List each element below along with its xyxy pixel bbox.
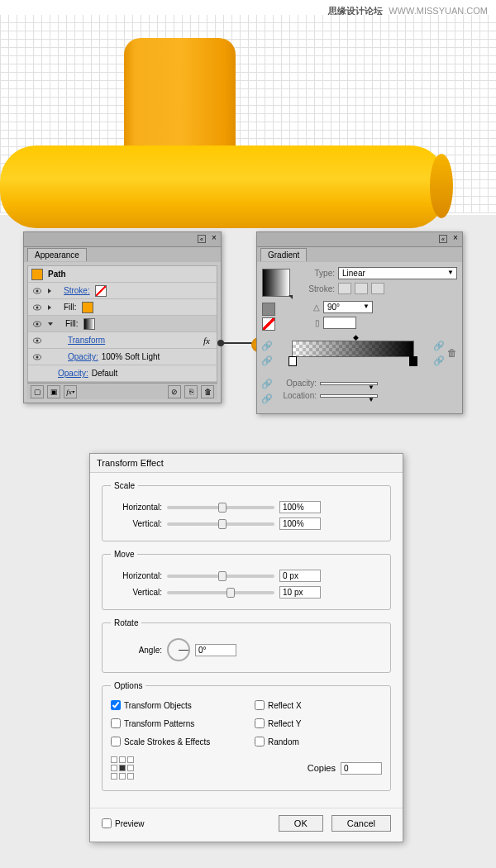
- link-icon[interactable]: 🔗: [262, 354, 272, 367]
- link-icon[interactable]: 🔗: [262, 339, 272, 352]
- copies-label: Copies: [308, 763, 336, 773]
- link-icon[interactable]: 🔗: [262, 377, 272, 390]
- fill2-swatch-gradient[interactable]: [83, 318, 95, 330]
- visibility-eye-icon[interactable]: [31, 285, 43, 297]
- move-fieldset: Move Horizontal: Vertical:: [102, 550, 391, 610]
- angle-dropdown[interactable]: 90°: [323, 301, 373, 313]
- move-v-slider[interactable]: [167, 591, 274, 594]
- fx-icon[interactable]: fx: [203, 336, 210, 346]
- opacity-link[interactable]: Opacity:: [68, 352, 98, 361]
- transform-objects-checkbox[interactable]: Transform Objects: [111, 700, 238, 710]
- stroke-row[interactable]: Stroke:: [28, 283, 217, 299]
- stroke-swatch-none[interactable]: [95, 285, 107, 297]
- transform-patterns-checkbox[interactable]: Transform Patterns: [111, 718, 238, 728]
- appearance-footer: ▢ ▣ fx▾ ⊘ ⎘ 🗑: [27, 383, 217, 399]
- expand-icon[interactable]: [48, 305, 51, 310]
- preview-checkbox[interactable]: Preview: [102, 818, 145, 828]
- link-icon[interactable]: 🔗: [434, 339, 444, 352]
- transform-row[interactable]: Transform fx: [28, 332, 217, 349]
- copies-input[interactable]: [341, 762, 382, 775]
- fx-menu-icon[interactable]: fx▾: [64, 385, 77, 398]
- visibility-eye-icon[interactable]: [31, 351, 43, 363]
- fill-row-1[interactable]: Fill:: [28, 299, 217, 316]
- gradient-stop-right[interactable]: [409, 356, 417, 366]
- type-dropdown[interactable]: Linear: [338, 267, 457, 279]
- expand-icon[interactable]: [48, 289, 51, 293]
- fill-opacity-row[interactable]: Opacity: 100% Soft Light: [28, 349, 217, 365]
- fill-swatch[interactable]: [262, 303, 275, 316]
- dialog-title: Transform Effect: [90, 454, 403, 473]
- path-swatch: [31, 269, 43, 280]
- collapse-icon[interactable]: «: [198, 235, 206, 243]
- fill2-label: Fill:: [65, 319, 79, 328]
- scale-fieldset: Scale Horizontal: Vertical:: [102, 481, 391, 541]
- trash-icon[interactable]: 🗑: [201, 385, 214, 398]
- scale-v-input[interactable]: [279, 517, 321, 530]
- fill1-swatch[interactable]: [82, 302, 93, 313]
- svg-point-1: [36, 289, 39, 292]
- aspect-input[interactable]: [323, 317, 356, 329]
- stroke-mode-1-icon[interactable]: [338, 283, 351, 294]
- gradient-stop-left[interactable]: [289, 356, 297, 366]
- random-checkbox[interactable]: Random: [255, 737, 382, 746]
- link-icon[interactable]: 🔗: [262, 392, 272, 405]
- appearance-panel: « × Appearance Path Stroke: Fill:: [23, 231, 222, 403]
- path-title-row[interactable]: Path: [28, 266, 217, 283]
- svg-point-5: [36, 322, 39, 325]
- link-icon[interactable]: 🔗: [434, 354, 444, 367]
- appearance-tab[interactable]: Appearance: [27, 248, 87, 261]
- close-icon[interactable]: ×: [210, 235, 218, 243]
- stroke-mode-3-icon[interactable]: [371, 283, 384, 294]
- location-dropdown[interactable]: [320, 394, 378, 398]
- move-h-slider[interactable]: [167, 575, 274, 578]
- close-icon[interactable]: ×: [451, 235, 460, 243]
- rotate-fieldset: Rotate Angle:: [102, 618, 391, 673]
- collapse-icon[interactable]: «: [439, 235, 447, 243]
- svg-point-7: [36, 339, 39, 341]
- transform-link[interactable]: Transform: [68, 336, 105, 345]
- path-label: Path: [48, 269, 66, 279]
- stroke-label[interactable]: Stroke:: [64, 286, 90, 295]
- panel-header[interactable]: « ×: [24, 232, 221, 247]
- trash-icon[interactable]: 🗑: [447, 347, 457, 359]
- angle-widget[interactable]: [167, 638, 190, 661]
- reflect-x-checkbox[interactable]: Reflect X: [255, 700, 382, 710]
- visibility-eye-icon[interactable]: [31, 302, 43, 313]
- scale-v-slider[interactable]: [167, 522, 274, 526]
- gradient-tab[interactable]: Gradient: [260, 248, 307, 261]
- default-opacity-row[interactable]: Opacity: Default: [28, 365, 217, 382]
- move-h-input[interactable]: [279, 570, 321, 582]
- scale-h-input[interactable]: [279, 501, 321, 513]
- rotate-legend: Rotate: [111, 618, 141, 627]
- fill-row-2[interactable]: Fill:: [28, 316, 217, 332]
- opacity2-link[interactable]: Opacity:: [58, 369, 88, 378]
- move-v-label: Vertical:: [111, 588, 162, 597]
- scale-strokes-checkbox[interactable]: Scale Strokes & Effects: [111, 737, 238, 746]
- panel-header[interactable]: « ×: [257, 232, 462, 247]
- none-swatch[interactable]: [262, 317, 275, 331]
- reflect-y-checkbox[interactable]: Reflect Y: [255, 718, 382, 728]
- opacity-dropdown[interactable]: [320, 382, 378, 385]
- svg-point-9: [36, 355, 39, 358]
- grid-background: [0, 15, 496, 213]
- artwork-horizontal-shape: [0, 145, 446, 228]
- new-stroke-icon[interactable]: ▣: [47, 385, 60, 398]
- scale-h-slider[interactable]: [167, 506, 274, 509]
- gradient-slider[interactable]: [292, 341, 414, 357]
- clear-icon[interactable]: ⊘: [168, 385, 181, 398]
- angle-input[interactable]: [195, 644, 236, 656]
- cancel-button[interactable]: Cancel: [331, 815, 391, 832]
- move-legend: Move: [111, 550, 137, 559]
- gradient-preview-swatch[interactable]: [262, 269, 290, 297]
- ok-button[interactable]: OK: [279, 815, 323, 832]
- stroke-mode-2-icon[interactable]: [355, 283, 368, 294]
- duplicate-icon[interactable]: ⎘: [184, 385, 198, 398]
- options-fieldset: Options Transform Objects Reflect X Tran…: [102, 681, 391, 791]
- reference-point-grid[interactable]: [111, 756, 134, 780]
- new-art-icon[interactable]: ▢: [31, 385, 44, 398]
- scale-v-label: Vertical:: [111, 519, 162, 528]
- move-v-input[interactable]: [279, 586, 321, 599]
- expand-down-icon[interactable]: [48, 322, 53, 326]
- visibility-eye-icon[interactable]: [31, 318, 43, 330]
- visibility-eye-icon[interactable]: [31, 335, 43, 346]
